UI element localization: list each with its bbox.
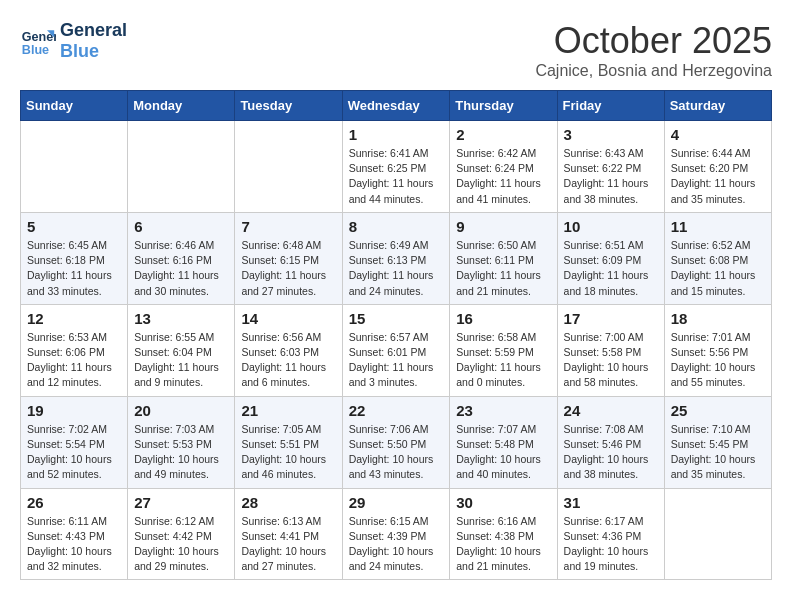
day-info: Sunrise: 6:49 AM Sunset: 6:13 PM Dayligh… <box>349 238 444 299</box>
day-number: 8 <box>349 218 444 235</box>
logo-general: General <box>60 20 127 41</box>
day-info: Sunrise: 7:08 AM Sunset: 5:46 PM Dayligh… <box>564 422 658 483</box>
day-info: Sunrise: 7:05 AM Sunset: 5:51 PM Dayligh… <box>241 422 335 483</box>
calendar-cell: 12Sunrise: 6:53 AM Sunset: 6:06 PM Dayli… <box>21 304 128 396</box>
page-header: General Blue General Blue October 2025 C… <box>20 20 772 80</box>
calendar-cell: 23Sunrise: 7:07 AM Sunset: 5:48 PM Dayli… <box>450 396 557 488</box>
day-number: 29 <box>349 494 444 511</box>
day-info: Sunrise: 6:42 AM Sunset: 6:24 PM Dayligh… <box>456 146 550 207</box>
weekday-header-wednesday: Wednesday <box>342 91 450 121</box>
day-number: 23 <box>456 402 550 419</box>
day-info: Sunrise: 7:01 AM Sunset: 5:56 PM Dayligh… <box>671 330 765 391</box>
weekday-header-thursday: Thursday <box>450 91 557 121</box>
week-row-2: 5Sunrise: 6:45 AM Sunset: 6:18 PM Daylig… <box>21 212 772 304</box>
day-number: 12 <box>27 310 121 327</box>
calendar-cell: 11Sunrise: 6:52 AM Sunset: 6:08 PM Dayli… <box>664 212 771 304</box>
day-number: 20 <box>134 402 228 419</box>
week-row-5: 26Sunrise: 6:11 AM Sunset: 4:43 PM Dayli… <box>21 488 772 580</box>
calendar-cell: 20Sunrise: 7:03 AM Sunset: 5:53 PM Dayli… <box>128 396 235 488</box>
weekday-header-tuesday: Tuesday <box>235 91 342 121</box>
day-info: Sunrise: 6:55 AM Sunset: 6:04 PM Dayligh… <box>134 330 228 391</box>
day-info: Sunrise: 6:13 AM Sunset: 4:41 PM Dayligh… <box>241 514 335 575</box>
calendar-cell: 1Sunrise: 6:41 AM Sunset: 6:25 PM Daylig… <box>342 121 450 213</box>
day-number: 18 <box>671 310 765 327</box>
calendar-cell: 22Sunrise: 7:06 AM Sunset: 5:50 PM Dayli… <box>342 396 450 488</box>
calendar-cell <box>128 121 235 213</box>
day-number: 4 <box>671 126 765 143</box>
calendar-cell: 13Sunrise: 6:55 AM Sunset: 6:04 PM Dayli… <box>128 304 235 396</box>
weekday-header-sunday: Sunday <box>21 91 128 121</box>
calendar-cell: 19Sunrise: 7:02 AM Sunset: 5:54 PM Dayli… <box>21 396 128 488</box>
calendar-cell: 31Sunrise: 6:17 AM Sunset: 4:36 PM Dayli… <box>557 488 664 580</box>
day-info: Sunrise: 6:48 AM Sunset: 6:15 PM Dayligh… <box>241 238 335 299</box>
calendar-cell: 2Sunrise: 6:42 AM Sunset: 6:24 PM Daylig… <box>450 121 557 213</box>
day-number: 10 <box>564 218 658 235</box>
day-number: 27 <box>134 494 228 511</box>
day-info: Sunrise: 6:51 AM Sunset: 6:09 PM Dayligh… <box>564 238 658 299</box>
calendar-cell: 17Sunrise: 7:00 AM Sunset: 5:58 PM Dayli… <box>557 304 664 396</box>
day-number: 26 <box>27 494 121 511</box>
day-number: 2 <box>456 126 550 143</box>
title-block: October 2025 Cajnice, Bosnia and Herzego… <box>535 20 772 80</box>
day-number: 28 <box>241 494 335 511</box>
day-number: 7 <box>241 218 335 235</box>
calendar-cell: 9Sunrise: 6:50 AM Sunset: 6:11 PM Daylig… <box>450 212 557 304</box>
calendar-cell: 14Sunrise: 6:56 AM Sunset: 6:03 PM Dayli… <box>235 304 342 396</box>
day-info: Sunrise: 6:12 AM Sunset: 4:42 PM Dayligh… <box>134 514 228 575</box>
calendar-cell: 24Sunrise: 7:08 AM Sunset: 5:46 PM Dayli… <box>557 396 664 488</box>
day-info: Sunrise: 7:03 AM Sunset: 5:53 PM Dayligh… <box>134 422 228 483</box>
day-number: 6 <box>134 218 228 235</box>
logo: General Blue General Blue <box>20 20 127 62</box>
day-number: 22 <box>349 402 444 419</box>
day-number: 5 <box>27 218 121 235</box>
calendar-cell <box>664 488 771 580</box>
week-row-4: 19Sunrise: 7:02 AM Sunset: 5:54 PM Dayli… <box>21 396 772 488</box>
calendar-cell: 8Sunrise: 6:49 AM Sunset: 6:13 PM Daylig… <box>342 212 450 304</box>
day-number: 25 <box>671 402 765 419</box>
day-info: Sunrise: 6:57 AM Sunset: 6:01 PM Dayligh… <box>349 330 444 391</box>
day-number: 3 <box>564 126 658 143</box>
weekday-header-friday: Friday <box>557 91 664 121</box>
week-row-3: 12Sunrise: 6:53 AM Sunset: 6:06 PM Dayli… <box>21 304 772 396</box>
logo-blue: Blue <box>60 41 127 62</box>
day-number: 21 <box>241 402 335 419</box>
day-info: Sunrise: 6:45 AM Sunset: 6:18 PM Dayligh… <box>27 238 121 299</box>
day-number: 15 <box>349 310 444 327</box>
weekday-header-monday: Monday <box>128 91 235 121</box>
day-info: Sunrise: 6:56 AM Sunset: 6:03 PM Dayligh… <box>241 330 335 391</box>
day-info: Sunrise: 6:16 AM Sunset: 4:38 PM Dayligh… <box>456 514 550 575</box>
day-info: Sunrise: 7:07 AM Sunset: 5:48 PM Dayligh… <box>456 422 550 483</box>
calendar-cell: 21Sunrise: 7:05 AM Sunset: 5:51 PM Dayli… <box>235 396 342 488</box>
day-number: 17 <box>564 310 658 327</box>
day-info: Sunrise: 7:10 AM Sunset: 5:45 PM Dayligh… <box>671 422 765 483</box>
calendar-cell: 6Sunrise: 6:46 AM Sunset: 6:16 PM Daylig… <box>128 212 235 304</box>
day-number: 16 <box>456 310 550 327</box>
day-info: Sunrise: 6:46 AM Sunset: 6:16 PM Dayligh… <box>134 238 228 299</box>
week-row-1: 1Sunrise: 6:41 AM Sunset: 6:25 PM Daylig… <box>21 121 772 213</box>
weekday-header-row: SundayMondayTuesdayWednesdayThursdayFrid… <box>21 91 772 121</box>
calendar-cell: 18Sunrise: 7:01 AM Sunset: 5:56 PM Dayli… <box>664 304 771 396</box>
calendar-cell <box>21 121 128 213</box>
calendar-cell: 3Sunrise: 6:43 AM Sunset: 6:22 PM Daylig… <box>557 121 664 213</box>
calendar-cell: 30Sunrise: 6:16 AM Sunset: 4:38 PM Dayli… <box>450 488 557 580</box>
calendar-cell: 16Sunrise: 6:58 AM Sunset: 5:59 PM Dayli… <box>450 304 557 396</box>
logo-icon: General Blue <box>20 23 56 59</box>
day-number: 1 <box>349 126 444 143</box>
calendar-cell: 25Sunrise: 7:10 AM Sunset: 5:45 PM Dayli… <box>664 396 771 488</box>
calendar-cell: 26Sunrise: 6:11 AM Sunset: 4:43 PM Dayli… <box>21 488 128 580</box>
day-info: Sunrise: 6:53 AM Sunset: 6:06 PM Dayligh… <box>27 330 121 391</box>
day-info: Sunrise: 6:11 AM Sunset: 4:43 PM Dayligh… <box>27 514 121 575</box>
day-number: 13 <box>134 310 228 327</box>
calendar-cell: 5Sunrise: 6:45 AM Sunset: 6:18 PM Daylig… <box>21 212 128 304</box>
calendar-table: SundayMondayTuesdayWednesdayThursdayFrid… <box>20 90 772 580</box>
calendar-cell: 10Sunrise: 6:51 AM Sunset: 6:09 PM Dayli… <box>557 212 664 304</box>
calendar-cell: 7Sunrise: 6:48 AM Sunset: 6:15 PM Daylig… <box>235 212 342 304</box>
location-subtitle: Cajnice, Bosnia and Herzegovina <box>535 62 772 80</box>
calendar-cell <box>235 121 342 213</box>
calendar-cell: 15Sunrise: 6:57 AM Sunset: 6:01 PM Dayli… <box>342 304 450 396</box>
month-title: October 2025 <box>535 20 772 62</box>
weekday-header-saturday: Saturday <box>664 91 771 121</box>
day-number: 24 <box>564 402 658 419</box>
day-info: Sunrise: 7:06 AM Sunset: 5:50 PM Dayligh… <box>349 422 444 483</box>
day-number: 31 <box>564 494 658 511</box>
